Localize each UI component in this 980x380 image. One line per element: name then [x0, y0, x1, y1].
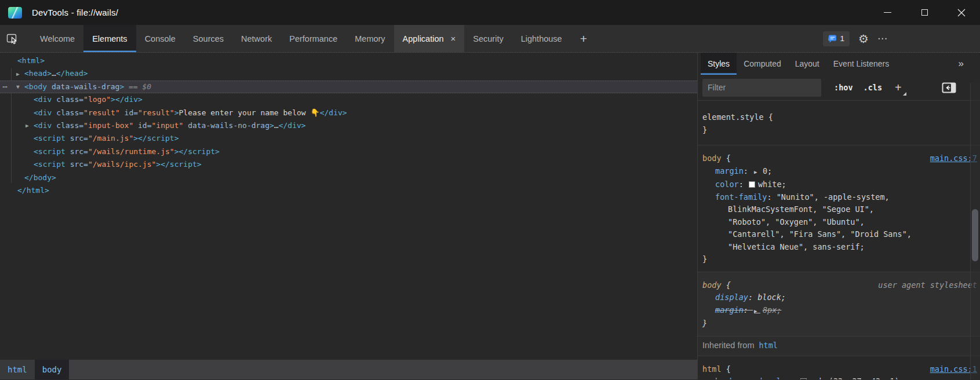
- expand-arrow-icon[interactable]: ▶: [25, 119, 29, 132]
- breadcrumb-body[interactable]: body: [35, 360, 70, 379]
- new-style-rule-button[interactable]: +: [895, 82, 905, 93]
- property-name: display: [715, 293, 748, 302]
- window-controls: [869, 0, 980, 25]
- tab-security[interactable]: Security: [464, 25, 512, 52]
- property-value: rgba(33, 37, 43, 1);: [810, 377, 904, 379]
- tab-label: Performance: [289, 34, 337, 43]
- css-property[interactable]: background-color: rgba(33, 37, 43, 1);: [702, 375, 975, 379]
- dom-tree-row[interactable]: <script src="/main.js"></script>: [0, 132, 697, 145]
- property-value: white;: [758, 180, 786, 189]
- more-options-icon[interactable]: ⋯: [877, 32, 888, 45]
- tab-welcome[interactable]: Welcome: [31, 25, 83, 52]
- minimize-button[interactable]: [869, 0, 906, 25]
- close-brace: }: [702, 317, 975, 330]
- inherited-from-label: Inherited from: [702, 339, 754, 352]
- tab-event-listeners[interactable]: Event Listeners: [826, 53, 897, 75]
- code-token: ></div>: [111, 95, 143, 104]
- code-token: [52, 95, 56, 104]
- close-button[interactable]: [943, 0, 980, 25]
- tab-performance[interactable]: Performance: [280, 25, 346, 52]
- dom-tree-row[interactable]: <script src="/wails/runtime.js"></script…: [0, 145, 697, 158]
- more-panels-chevron-icon[interactable]: »: [959, 53, 964, 75]
- css-property[interactable]: margin: ▶ 0;: [702, 165, 975, 179]
- code-token: …: [274, 121, 279, 130]
- tab-network[interactable]: Network: [232, 25, 280, 52]
- rule-selector[interactable]: body: [702, 154, 722, 163]
- code-token: id=: [138, 121, 151, 130]
- dom-tree-row[interactable]: ▶<head>…</head>: [0, 67, 697, 80]
- settings-gear-icon[interactable]: ⚙: [858, 33, 869, 45]
- styles-filter-input[interactable]: [702, 79, 821, 97]
- code-token: ></script>: [133, 134, 178, 142]
- tab-application[interactable]: Application×: [394, 25, 465, 52]
- tab-label: Console: [145, 34, 176, 43]
- tab-sources[interactable]: Sources: [184, 25, 232, 52]
- close-icon: [957, 9, 966, 17]
- row-actions-icon[interactable]: ⋯: [2, 81, 7, 93]
- dom-tree-row[interactable]: ⋯▼<body data-wails-drag> == $0: [0, 81, 697, 93]
- code-token: <body: [24, 82, 47, 91]
- css-property[interactable]: margin: ▶ 8px;: [702, 304, 975, 318]
- css-property[interactable]: color: white;: [702, 178, 975, 191]
- css-property[interactable]: display: block;: [702, 291, 975, 304]
- dom-tree-row[interactable]: <div class="result" id="result">Please e…: [0, 107, 697, 119]
- inspect-element-button[interactable]: [0, 25, 24, 52]
- collapse-panel-icon: [942, 82, 956, 93]
- dom-tree-row[interactable]: ▶<div class="input-box" id="input" data-…: [0, 119, 697, 132]
- tool-tabs: WelcomeElementsConsoleSourcesNetworkPerf…: [31, 25, 571, 52]
- code-token: src=: [70, 134, 88, 142]
- code-token: </body>: [24, 173, 56, 182]
- tab-console[interactable]: Console: [136, 25, 184, 52]
- tab-computed[interactable]: Computed: [737, 53, 788, 75]
- code-token: <script: [34, 160, 65, 169]
- dom-tree-row[interactable]: <script src="/wails/ipc.js"></script>: [0, 158, 697, 171]
- maximize-button[interactable]: [906, 0, 943, 25]
- scrollbar-thumb[interactable]: [972, 209, 978, 261]
- rule-header: html {main.css:1: [702, 363, 975, 376]
- tab-styles[interactable]: Styles: [701, 53, 737, 75]
- expand-shorthand-icon[interactable]: ▶: [754, 308, 760, 314]
- expand-shorthand-icon[interactable]: ▶: [754, 169, 760, 175]
- tab-label: Security: [473, 34, 503, 43]
- styles-tabs: StylesComputedLayoutEvent Listeners»: [698, 53, 980, 75]
- inherited-target-link[interactable]: html: [759, 339, 778, 352]
- tab-close-icon[interactable]: ×: [451, 34, 456, 43]
- breadcrumb-html[interactable]: html: [0, 360, 35, 379]
- open-brace: {: [722, 154, 731, 163]
- tab-layout[interactable]: Layout: [788, 53, 826, 75]
- property-name: background-color: [715, 377, 790, 379]
- code-token: class=: [56, 95, 83, 104]
- rule-selector[interactable]: html: [702, 364, 722, 374]
- title-bar: DevTools - file://wails/: [0, 0, 980, 25]
- open-brace: {: [722, 364, 731, 374]
- minimize-icon: [884, 12, 891, 13]
- code-token: <script: [34, 147, 65, 156]
- tab-memory[interactable]: Memory: [346, 25, 394, 52]
- element-classes-button[interactable]: .cls: [864, 83, 883, 92]
- expand-arrow-icon[interactable]: ▶: [16, 67, 20, 80]
- issues-counter-button[interactable]: 1: [823, 31, 850, 46]
- more-tools-button[interactable]: +: [571, 25, 596, 52]
- dom-tree-row[interactable]: </html>: [0, 184, 697, 197]
- overridden-property: margin: ▶ 8px;: [715, 305, 781, 315]
- rule-header: body {main.css:7: [702, 152, 975, 165]
- tab-elements[interactable]: Elements: [83, 25, 136, 52]
- dom-tree-row[interactable]: <div class="logo"></div>: [0, 93, 697, 106]
- dom-tree-row[interactable]: </body>: [0, 171, 697, 184]
- styles-sidebar: StylesComputedLayoutEvent Listeners» :ho…: [698, 53, 980, 379]
- tab-lighthouse[interactable]: Lighthouse: [512, 25, 571, 52]
- property-name: margin: [715, 305, 744, 315]
- css-property[interactable]: font-family: "Nunito", -apple-system,: [702, 191, 975, 204]
- rule-selector[interactable]: body: [702, 280, 722, 290]
- code-token: "input": [152, 121, 184, 130]
- property-value: block;: [757, 293, 786, 302]
- toggle-computed-sidebar-button[interactable]: [942, 82, 956, 93]
- color-swatch[interactable]: [800, 378, 807, 379]
- color-swatch[interactable]: [749, 181, 755, 188]
- styles-scrollbar[interactable]: [970, 83, 980, 379]
- rule-selector[interactable]: element.style: [702, 112, 764, 122]
- expand-arrow-open-icon[interactable]: ▼: [16, 81, 20, 93]
- toggle-element-state-button[interactable]: :hov: [834, 83, 853, 92]
- code-token: </div>: [320, 108, 347, 117]
- dom-tree-row[interactable]: <html>: [0, 54, 697, 67]
